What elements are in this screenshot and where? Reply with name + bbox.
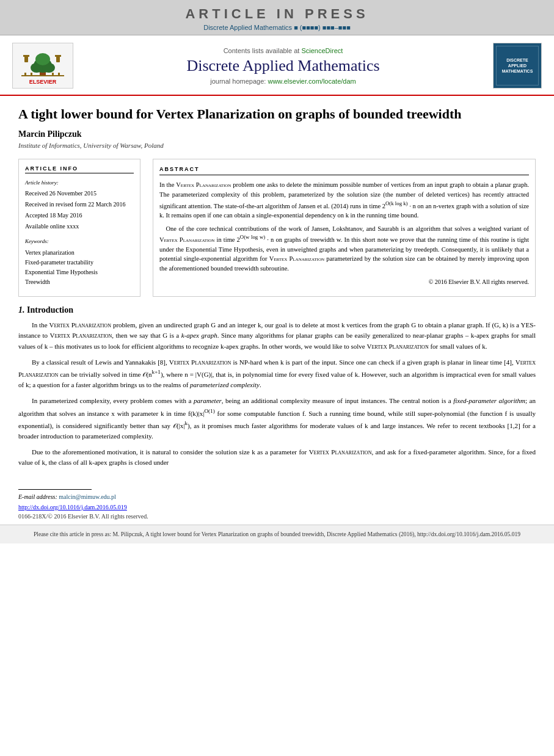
copyright: © 2016 Elsevier B.V. All rights reserved… xyxy=(159,277,529,286)
svg-rect-12 xyxy=(52,73,54,76)
elsevier-label: ELSEVIER xyxy=(29,79,57,85)
journal-homepage-link[interactable]: www.elsevier.com/locate/dam xyxy=(268,78,355,85)
available-date: Available online xxxx xyxy=(25,222,134,231)
dam-logo: DISCRETEAPPLIEDMATHEMATICS xyxy=(493,43,542,89)
page: ARTICLE IN PRESS Discrete Applied Mathem… xyxy=(0,0,554,756)
issn-line: 0166-218X/© 2016 Elsevier B.V. All right… xyxy=(0,513,554,525)
aip-title: ARTICLE IN PRESS xyxy=(0,6,554,22)
svg-rect-7 xyxy=(56,56,60,62)
intro-section-title: 1. Introduction xyxy=(18,305,536,315)
article-info-header: ARTICLE INFO xyxy=(25,165,134,173)
article-info-abstract: ARTICLE INFO Article history: Received 2… xyxy=(18,159,536,297)
journal-homepage: journal homepage: www.elsevier.com/locat… xyxy=(79,78,487,85)
intro-para-3: In parameterized complexity, every probl… xyxy=(18,396,536,442)
article-title: A tight lower bound for Vertex Planariza… xyxy=(18,106,536,123)
revised-date: Received in revised form 22 March 2016 xyxy=(25,200,134,209)
journal-header: ELSEVIER Contents lists available at Sci… xyxy=(0,35,554,96)
journal-name: Discrete Applied Mathematics xyxy=(79,57,487,75)
email-link[interactable]: malcin@mimuw.edu.pl xyxy=(59,493,116,500)
svg-rect-13 xyxy=(58,73,60,76)
svg-rect-6 xyxy=(23,55,29,57)
svg-point-4 xyxy=(35,53,50,65)
abstract-text: In the Vertex Planarization problem one … xyxy=(159,180,529,286)
keyword-4: Treewidth xyxy=(25,277,134,287)
email-label: E-mail address: xyxy=(18,493,59,500)
abstract-column: ABSTRACT In the Vertex Planarization pro… xyxy=(153,159,536,297)
aip-journal-ref: Discrete Applied Mathematics ■ (■■■■) ■■… xyxy=(0,24,554,31)
doi-line: http://dx.doi.org/10.1016/j.dam.2016.05.… xyxy=(0,504,554,513)
citation-bar: Please cite this article in press as: M.… xyxy=(0,525,554,543)
keyword-3: Exponential Time Hypothesis xyxy=(25,267,134,277)
elsevier-logo: ELSEVIER xyxy=(12,43,73,89)
svg-rect-8 xyxy=(55,55,61,57)
history-label: Article history: xyxy=(25,178,134,187)
doi-link[interactable]: http://dx.doi.org/10.1016/j.dam.2016.05.… xyxy=(18,504,127,511)
keywords-label: Keywords: xyxy=(25,237,134,245)
footer-divider xyxy=(18,489,92,490)
received-date: Received 26 November 2015 xyxy=(25,189,134,198)
accepted-date: Accepted 18 May 2016 xyxy=(25,211,134,220)
svg-rect-9 xyxy=(21,75,64,76)
abstract-para-2: One of the core technical contributions … xyxy=(159,224,529,274)
elsevier-tree-icon xyxy=(21,47,64,78)
author-affiliation: Institute of Informatics, University of … xyxy=(18,142,536,149)
intro-para-1: In the Vertex Planarization problem, giv… xyxy=(18,320,536,352)
keyword-1: Vertex planarization xyxy=(25,248,134,258)
keyword-2: Fixed-parameter tractability xyxy=(25,258,134,267)
citation-text: Please cite this article in press as: M.… xyxy=(34,531,520,537)
svg-rect-5 xyxy=(24,56,28,62)
svg-rect-10 xyxy=(24,73,26,76)
intro-para-4: Due to the aforementioned motivation, it… xyxy=(18,447,536,468)
contents-line: Contents lists available at ScienceDirec… xyxy=(79,47,487,54)
keywords-list: Vertex planarization Fixed-parameter tra… xyxy=(25,248,134,287)
main-content: A tight lower bound for Vertex Planariza… xyxy=(0,96,554,479)
abstract-header: ABSTRACT xyxy=(159,165,529,176)
footnote-area: E-mail address: malcin@mimuw.edu.pl xyxy=(0,493,554,504)
author-name: Marcin Pilipczuk xyxy=(18,129,536,139)
journal-center: Contents lists available at ScienceDirec… xyxy=(79,47,487,85)
sciencedirect-link[interactable]: ScienceDirect xyxy=(301,47,343,54)
abstract-para-1: In the Vertex Planarization problem one … xyxy=(159,180,529,220)
intro-para-2: By a classical result of Lewis and Yanna… xyxy=(18,357,536,391)
article-info-column: ARTICLE INFO Article history: Received 2… xyxy=(18,159,140,297)
svg-rect-11 xyxy=(31,73,32,76)
aip-banner: ARTICLE IN PRESS Discrete Applied Mathem… xyxy=(0,0,554,35)
